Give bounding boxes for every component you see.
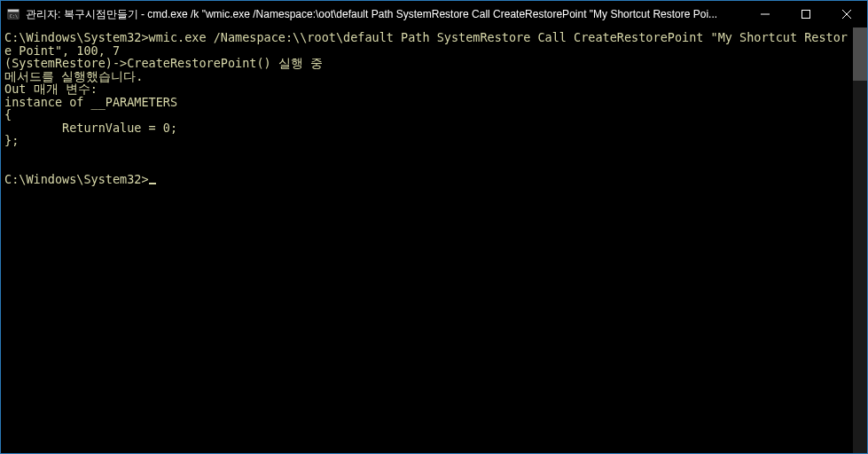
svg-text:C:\: C:\ — [10, 13, 18, 19]
svg-rect-1 — [8, 10, 19, 12]
output-line: }; — [4, 133, 19, 147]
maximize-button[interactable] — [786, 1, 826, 27]
window-controls — [745, 1, 867, 27]
cmd-window: C:\ 관리자: 복구시점만들기 - cmd.exe /k "wmic.exe … — [0, 0, 868, 454]
window-title: 관리자: 복구시점만들기 - cmd.exe /k "wmic.exe /Nam… — [26, 7, 745, 22]
titlebar[interactable]: C:\ 관리자: 복구시점만들기 - cmd.exe /k "wmic.exe … — [1, 1, 867, 27]
prompt: C:\Windows\System32> — [4, 172, 149, 186]
scrollbar[interactable] — [853, 27, 867, 453]
terminal-content[interactable]: C:\Windows\System32>wmic.exe /Namespace:… — [1, 27, 853, 453]
cmd-icon: C:\ — [6, 7, 20, 21]
svg-rect-4 — [802, 11, 810, 19]
minimize-button[interactable] — [745, 1, 786, 27]
close-button[interactable] — [826, 1, 867, 27]
cursor-icon — [149, 183, 156, 184]
output-line: instance of __PARAMETERS — [4, 95, 177, 109]
scrollbar-thumb[interactable] — [853, 27, 867, 81]
output-line: ReturnValue = 0; — [4, 121, 177, 135]
terminal-area: C:\Windows\System32>wmic.exe /Namespace:… — [1, 27, 867, 453]
